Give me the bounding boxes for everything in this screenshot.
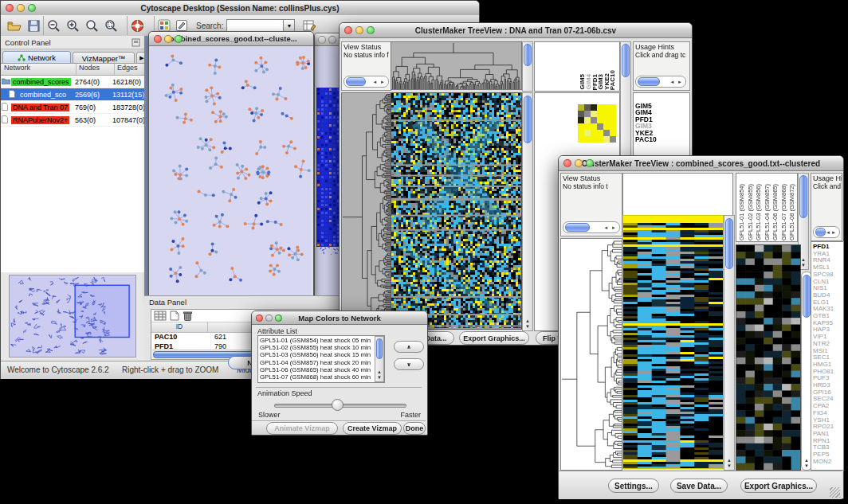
move-down-button[interactable]: ∨ [394,358,424,370]
close-icon[interactable] [256,315,263,322]
close-icon[interactable] [154,35,162,43]
matrix-cell[interactable] [603,117,610,123]
tv2-heatmap[interactable] [622,215,724,469]
network-table-row[interactable]: combined_scores2764(0)16218(0) [1,76,144,88]
matrix-cell[interactable] [578,123,584,130]
main-titlebar[interactable]: Cytoscape Desktop (Session Name: collins… [1,1,479,16]
tv2-settings-button[interactable]: Settings... [608,479,659,493]
attribute-item[interactable]: GPL51-04 (GSM857) heat shock 20 min [260,359,384,366]
matrix-cell[interactable] [603,130,610,136]
search-dropdown-button[interactable]: ▼ [284,19,295,33]
matrix-cell[interactable] [610,136,616,143]
network-table-row[interactable]: DNA and Tran 07769(0)183728(0) [1,101,144,114]
matrix-cell[interactable] [603,123,610,130]
tv2-col-label[interactable]: GPL51-02 (GSM855) [747,184,756,240]
tv1-heatmap[interactable] [391,92,522,330]
matrix-cell[interactable] [597,104,603,111]
zoom-in-button[interactable] [66,19,80,33]
matrix-cell[interactable] [597,111,603,117]
treeview1-titlebar[interactable]: ClusterMaker TreeView : DNA and Tran 07-… [340,23,692,38]
network-table-row[interactable]: combined_sco2569(6)13112(15) [1,88,144,101]
tv2-row-dendrogram[interactable] [560,238,622,471]
attribute-item[interactable]: GPL51-03 (GSM856) heat shock 15 min [260,351,384,358]
tv1-column-dendrogram[interactable] [391,41,522,90]
close-icon[interactable] [344,26,352,34]
zoom-window-icon[interactable] [28,4,36,12]
zoom-selected-button[interactable] [104,19,119,33]
matrix-cell[interactable] [610,123,616,130]
matrix-cell[interactable] [603,111,610,117]
minimize-icon[interactable] [575,159,583,167]
tv1-coltree-scrollbar[interactable] [522,41,533,92]
birdseye-view[interactable] [9,275,136,357]
matrix-cell[interactable] [610,104,616,111]
save-session-button[interactable] [28,20,40,32]
attribute-list-scrollbar[interactable]: ▲▼ [375,336,384,382]
tv2-col-label[interactable]: GPL51-01 (GSM854) [738,184,747,240]
resize-grip[interactable] [830,487,840,498]
move-up-button[interactable]: ∧ [394,341,424,353]
done-button[interactable]: Done [403,422,426,435]
matrix-cell[interactable] [591,130,597,136]
matrix-cell[interactable] [584,136,591,143]
tv2-status-scrollbar[interactable]: ◄ ► [563,221,620,233]
tv2-heatmap-scrollbar[interactable]: ▲▼ [724,215,735,471]
matrix-cell[interactable] [591,136,597,143]
matrix-cell[interactable] [584,111,591,117]
tv1-gene-label[interactable]: PAC10 [635,136,657,143]
tv1-col-label[interactable]: PAC10 [610,70,616,90]
minimize-icon[interactable] [164,35,172,43]
matrix-cell[interactable] [610,117,616,123]
tv1-row-dendrogram[interactable] [341,92,391,330]
minimize-icon[interactable] [355,26,363,34]
tv1-export-graphics-button[interactable]: Export Graphics... [459,331,529,345]
matrix-cell[interactable] [597,136,603,143]
zoom-fit-button[interactable] [85,19,100,33]
matrix-cell[interactable] [603,136,610,143]
tv2-save-data-button[interactable]: Save Data... [670,479,728,493]
tv1-usage-scrollbar[interactable]: ◄ ► [635,76,686,88]
treeview2-titlebar[interactable]: ClusterMaker TreeView : combined_scores_… [559,156,843,171]
attribute-item[interactable]: GPL51-06 (GSM865) heat shock 40 min [260,366,384,373]
attribute-listbox[interactable]: GPL51-01 (GSM854) heat shock 05 minGPL51… [257,335,385,383]
matrix-cell[interactable] [578,130,584,136]
matrix-cell[interactable] [610,111,616,117]
tv2-col-label[interactable]: GPL51-03 (GSM856) [755,184,764,240]
close-icon[interactable] [318,36,326,44]
create-vizmap-button[interactable]: Create Vizmap [343,422,402,435]
zoom-window-icon[interactable] [367,26,375,34]
float-panel-icon[interactable] [132,38,140,47]
attribute-browser-button[interactable] [303,19,316,32]
attribute-item[interactable]: GPL51-07 (GSM868) heat shock 60 min [260,373,384,381]
animate-vizmap-button[interactable]: Animate Vizmap [266,422,338,435]
close-icon[interactable] [6,4,14,12]
minimize-icon[interactable] [17,4,25,12]
dialog-titlebar[interactable]: Map Colors to Network [252,311,427,325]
tv1-heatmap-scrollbar[interactable]: ▲▼ [522,92,533,331]
open-session-button[interactable] [7,20,22,32]
tv2-col-label[interactable]: GPL51-08 (GSM872) [788,184,797,240]
matrix-cell[interactable] [578,111,584,117]
network-table-header[interactable]: Network Nodes Edges [1,64,144,76]
help-button[interactable] [131,19,144,33]
tv2-col-label[interactable]: GPL51-07 (GSM868) [780,184,789,240]
matrix-cell[interactable] [591,123,597,130]
tv2-usage-scrollbar[interactable]: ◄► [813,226,840,238]
matrix-cell[interactable] [578,104,584,111]
zoom-window-icon[interactable] [586,159,594,167]
minimize-icon[interactable] [265,315,273,322]
annotation-button[interactable] [175,19,188,32]
window-controls[interactable] [6,4,36,12]
attribute-item[interactable]: GPL51-02 (GSM855) heat shock 10 min [260,344,384,351]
matrix-cell[interactable] [597,123,603,130]
vizmapper-button[interactable] [158,19,171,32]
attribute-item[interactable]: GPL51-01 (GSM854) heat shock 05 min [260,337,384,344]
minimize-icon[interactable] [328,36,336,44]
tv1-status-scrollbar[interactable]: ◄ ► [344,76,389,88]
network-graph-view[interactable] [149,46,312,295]
zoom-window-icon[interactable] [175,35,183,43]
zoom-out-button[interactable] [47,19,61,33]
matrix-cell[interactable] [578,117,584,123]
matrix-cell[interactable] [603,104,610,111]
network-table-row[interactable]: RNAPuberNov2+563(0)107847(0) [1,114,144,127]
